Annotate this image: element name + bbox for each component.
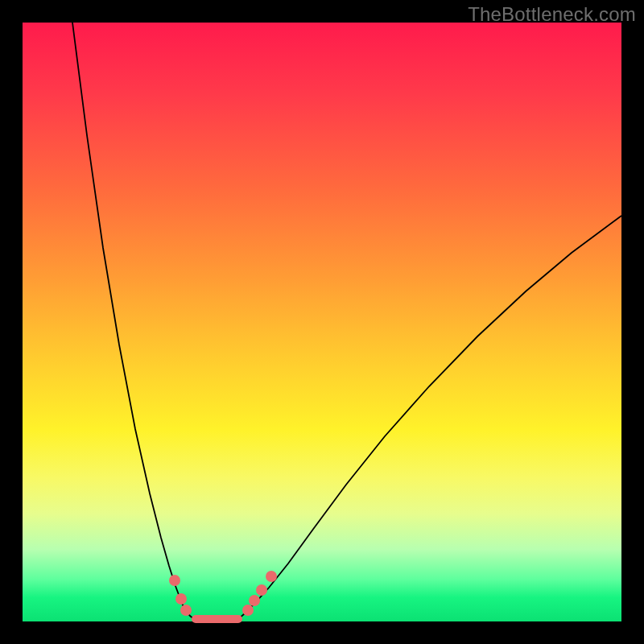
left-branch-markers — [169, 575, 192, 616]
marker-dot — [169, 575, 180, 586]
marker-dot — [249, 595, 260, 606]
marker-dot — [242, 605, 254, 616]
chart-frame: TheBottleneck.com — [0, 0, 644, 644]
watermark-text: TheBottleneck.com — [468, 3, 636, 26]
plot-area — [23, 23, 621, 621]
marker-dot — [175, 593, 187, 605]
left-branch-curve — [72, 23, 194, 619]
marker-dot — [256, 584, 267, 596]
right-branch-curve — [238, 216, 621, 619]
curve-svg — [23, 23, 621, 621]
right-branch-markers — [242, 571, 277, 616]
marker-dot — [266, 571, 277, 582]
marker-dot — [180, 605, 192, 616]
